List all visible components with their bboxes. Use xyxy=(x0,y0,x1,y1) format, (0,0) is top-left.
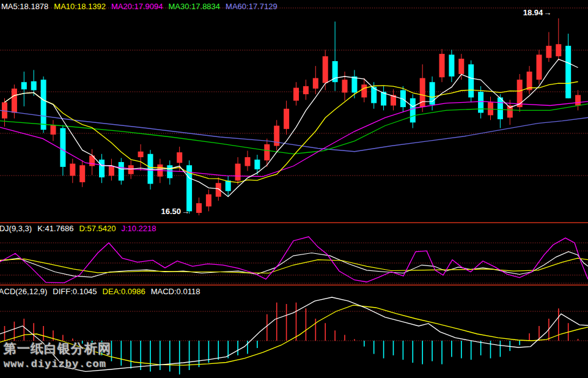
candle-down xyxy=(565,46,571,98)
right-arrow-icon: → xyxy=(543,8,551,17)
candle-down xyxy=(498,97,503,119)
right-arrow-icon: → xyxy=(182,207,189,216)
kdj-j-line xyxy=(0,237,588,283)
watermark-site-url: www.diyizby.com xyxy=(4,358,106,370)
kdj-value-label: J:10.2218 xyxy=(121,224,156,233)
ma-value-label: MA20:17.9094 xyxy=(111,2,163,11)
candle-down xyxy=(31,81,37,91)
candle-down xyxy=(351,76,357,92)
kdj-indicator-header: KDJ(9,3,3)K:41.7686D:57.5420J:10.2218 xyxy=(0,224,162,233)
macd-indicator-header: MACD(26,12,9)DIFF:0.1045DEA:0.0986MACD:0… xyxy=(0,287,205,296)
candle-up xyxy=(109,166,114,176)
low-price-value: 16.50 xyxy=(161,207,182,216)
high-price-value: 18.94 xyxy=(523,8,543,17)
candle-up xyxy=(293,87,299,100)
candle-down xyxy=(226,180,231,191)
low-price-annotation: 16.50→ xyxy=(161,207,190,216)
candle-down xyxy=(254,160,260,169)
macd-value-label: DIFF:0.1045 xyxy=(53,287,97,296)
candle-up xyxy=(517,80,523,107)
ma10-line xyxy=(5,82,578,183)
candle-down xyxy=(60,128,65,166)
ma-value-label: MA60:17.7129 xyxy=(226,2,277,11)
macd-value-label: MACD(26,12,9) xyxy=(0,287,47,296)
candle-up xyxy=(556,44,561,56)
candle-up xyxy=(313,78,318,89)
candle-up xyxy=(284,109,289,129)
candle-down xyxy=(21,82,27,89)
candle-up xyxy=(245,157,251,166)
ma-indicator-header: MA5:18.1878MA10:18.1392MA20:17.9094MA30:… xyxy=(1,2,283,11)
ma-value-label: MA30:17.8834 xyxy=(169,2,221,11)
candle-up xyxy=(323,56,328,83)
candle-up xyxy=(206,195,211,207)
candle-up xyxy=(51,125,56,135)
kdj-value-label: D:57.5420 xyxy=(79,224,116,233)
candle-up xyxy=(303,86,309,94)
candle-down xyxy=(119,162,124,180)
candle-up xyxy=(138,152,144,157)
ma-value-label: MA5:18.1878 xyxy=(1,2,48,11)
macd-value-label: MACD:0.0118 xyxy=(151,287,200,296)
candle-up xyxy=(439,54,445,77)
ma5-line xyxy=(5,59,578,197)
watermark-site-name: 第一纸白银分析网 xyxy=(4,340,111,357)
candle-up xyxy=(546,46,551,58)
candle-down xyxy=(41,80,46,130)
candle-down xyxy=(410,98,416,123)
candle-up xyxy=(79,165,85,182)
candle-up xyxy=(342,80,348,92)
high-price-annotation: 18.94→ xyxy=(523,8,552,17)
candle-up xyxy=(458,59,464,74)
candle-up xyxy=(575,95,581,105)
chart-window: MA5:18.1878MA10:18.1392MA20:17.9094MA30:… xyxy=(0,0,588,378)
candle-down xyxy=(167,165,172,178)
candle-up xyxy=(177,152,182,163)
candle-down xyxy=(99,160,105,177)
candle-down xyxy=(478,92,483,113)
candle-up xyxy=(128,165,134,174)
candle-up xyxy=(196,203,202,213)
ma-value-label: MA10:18.1392 xyxy=(54,2,106,11)
chart-canvas[interactable] xyxy=(0,0,588,378)
candle-up xyxy=(537,54,542,80)
candle-down xyxy=(449,54,454,76)
candle-up xyxy=(361,84,367,97)
candle-up xyxy=(70,164,75,176)
candle-up xyxy=(12,89,17,113)
candle-up xyxy=(235,164,241,181)
macd-value-label: DEA:0.0986 xyxy=(103,287,145,296)
kdj-value-label: K:41.7686 xyxy=(37,224,73,233)
kdj-value-label: KDJ(9,3,3) xyxy=(0,224,32,233)
candle-down xyxy=(468,64,474,97)
candle-up xyxy=(264,144,270,160)
